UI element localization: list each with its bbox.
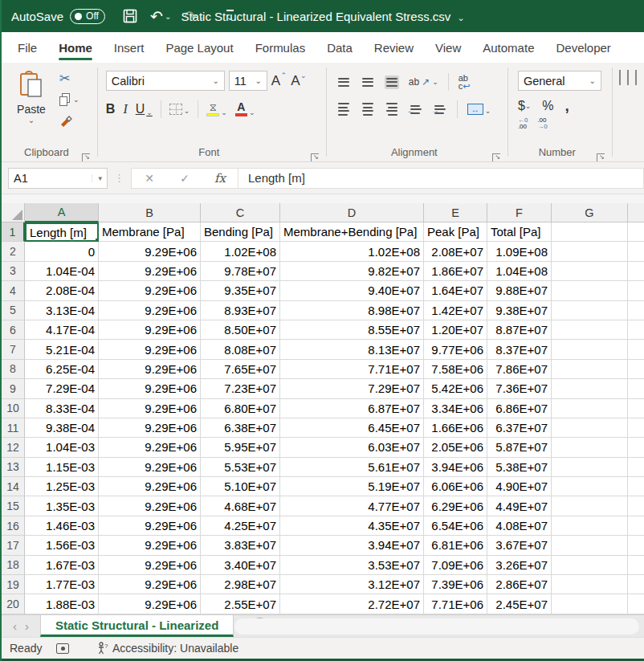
alignment-dialog-launcher[interactable]: ↘ (492, 153, 500, 161)
cell-C5[interactable]: 8.93E+07 (201, 301, 280, 320)
cell-E12[interactable]: 2.05E+06 (424, 438, 487, 457)
cell-G13[interactable] (552, 458, 628, 477)
cell-E4[interactable]: 1.64E+07 (424, 281, 487, 300)
percent-format-button[interactable]: % (542, 99, 553, 113)
cell-E6[interactable]: 1.20E+07 (424, 320, 487, 340)
cell-C20[interactable]: 2.55E+07 (201, 594, 280, 614)
cell-E2[interactable]: 2.08E+07 (424, 242, 487, 261)
cell-H12[interactable] (628, 438, 644, 457)
row-header-15[interactable]: 15 (2, 496, 25, 516)
cell-C6[interactable]: 8.50E+07 (201, 320, 280, 340)
cell-D18[interactable]: 3.53E+07 (280, 556, 424, 575)
cell-D20[interactable]: 2.72E+07 (280, 594, 424, 614)
cell-E17[interactable]: 6.81E+06 (424, 536, 487, 555)
horizontal-scrollbar[interactable] (234, 618, 639, 634)
cell-H11[interactable] (628, 418, 644, 438)
enter-button[interactable]: ✓ (167, 172, 202, 185)
row-header-12[interactable]: 12 (2, 438, 25, 457)
cell-B6[interactable]: 9.29E+06 (99, 320, 201, 340)
row-header-2[interactable]: 2 (2, 242, 25, 261)
cell-A7[interactable]: 5.21E-04 (25, 340, 99, 359)
accessibility-checker[interactable]: ? Accessibility: Unavailable (96, 642, 238, 655)
cell-E20[interactable]: 7.71E+06 (424, 594, 487, 614)
cell-B10[interactable]: 9.29E+06 (99, 399, 201, 418)
row-header-16[interactable]: 16 (2, 516, 25, 536)
cell-C14[interactable]: 5.10E+07 (201, 477, 280, 496)
format-painter-button[interactable] (59, 114, 79, 129)
cell-G17[interactable] (552, 536, 628, 555)
cell-H2[interactable] (628, 242, 644, 261)
row-header-3[interactable]: 3 (2, 262, 25, 281)
cell-H18[interactable] (628, 556, 644, 575)
cell-C10[interactable]: 6.80E+07 (201, 399, 280, 418)
cell-H6[interactable] (628, 320, 644, 340)
cell-F18[interactable]: 3.26E+07 (487, 556, 552, 575)
cut-button[interactable]: ✂ (59, 71, 79, 85)
cell-E3[interactable]: 1.86E+07 (424, 262, 487, 281)
autosave-toggle[interactable]: Off (70, 9, 105, 24)
tab-view[interactable]: View (435, 32, 461, 63)
cell-C17[interactable]: 3.83E+07 (201, 536, 280, 555)
cell-B11[interactable]: 9.29E+06 (99, 418, 201, 438)
cell-B3[interactable]: 9.29E+06 (99, 262, 201, 281)
column-header-G[interactable]: G (552, 203, 628, 222)
cell-D10[interactable]: 6.87E+07 (280, 399, 424, 418)
tab-data[interactable]: Data (327, 32, 353, 63)
font-dialog-launcher[interactable]: ↘ (311, 153, 319, 161)
cell-F1[interactable]: Total [Pa] (487, 222, 552, 242)
cell-G5[interactable] (552, 301, 628, 320)
increase-font-size-button[interactable]: A⌃ (271, 73, 287, 89)
bottom-align-button[interactable] (385, 75, 399, 89)
select-all-button[interactable] (2, 203, 25, 222)
cell-F7[interactable]: 8.37E+07 (487, 340, 552, 359)
cell-C13[interactable]: 5.53E+07 (201, 458, 280, 477)
cell-H15[interactable] (628, 496, 644, 516)
cell-F8[interactable]: 7.86E+07 (487, 360, 552, 379)
cell-D9[interactable]: 7.29E+07 (280, 379, 424, 398)
cell-F20[interactable]: 2.45E+07 (487, 594, 552, 614)
save-button[interactable] (123, 9, 137, 23)
document-title[interactable]: Static Structural - Linearized Equivalen… (181, 10, 464, 23)
cell-H19[interactable] (628, 575, 644, 594)
formula-input[interactable]: Length [m] (238, 168, 644, 189)
cell-B13[interactable]: 9.29E+06 (99, 458, 201, 477)
align-left-button[interactable] (336, 100, 351, 118)
cell-H5[interactable] (628, 301, 644, 320)
cell-G19[interactable] (552, 575, 628, 594)
align-right-button[interactable] (385, 100, 399, 118)
cell-A14[interactable]: 1.25E-03 (25, 477, 99, 496)
cell-A18[interactable]: 1.67E-03 (25, 556, 99, 575)
row-header-19[interactable]: 19 (2, 575, 25, 594)
cell-G7[interactable] (552, 340, 628, 359)
cell-E10[interactable]: 3.34E+06 (424, 399, 487, 418)
copy-button[interactable]: ⌄ (59, 92, 79, 107)
cell-A13[interactable]: 1.15E-03 (25, 458, 99, 477)
row-header-20[interactable]: 20 (2, 594, 25, 614)
top-align-button[interactable] (336, 75, 351, 89)
cell-A1[interactable]: Length [m] (25, 222, 99, 242)
conditional-formatting-icon[interactable] (619, 70, 621, 85)
column-header-A[interactable]: A (25, 203, 99, 222)
cell-C16[interactable]: 4.25E+07 (201, 516, 280, 536)
fill-color-button[interactable]: ⧖ ⌄ (206, 103, 227, 116)
italic-button[interactable]: I (123, 102, 127, 116)
cell-A16[interactable]: 1.46E-03 (25, 516, 99, 536)
row-header-14[interactable]: 14 (2, 477, 25, 496)
name-box[interactable]: A1 ▾ (8, 168, 108, 189)
row-header-1[interactable]: 1 (2, 222, 25, 242)
cell-F9[interactable]: 7.36E+07 (487, 379, 552, 398)
cell-B9[interactable]: 9.29E+06 (99, 379, 201, 398)
cell-D17[interactable]: 3.94E+07 (280, 536, 424, 555)
cell-B2[interactable]: 9.29E+06 (99, 242, 201, 261)
cell-A10[interactable]: 8.33E-04 (25, 399, 99, 418)
cell-F5[interactable]: 9.38E+07 (487, 301, 552, 320)
font-name-select[interactable]: Calibri ⌄ (106, 71, 225, 91)
cell-E16[interactable]: 6.54E+06 (424, 516, 487, 536)
orientation-button[interactable]: ab↗ ⌄ (409, 76, 438, 88)
increase-indent-button[interactable]: → (433, 103, 447, 116)
cell-C7[interactable]: 8.08E+07 (201, 340, 280, 359)
cell-B14[interactable]: 9.29E+06 (99, 477, 201, 496)
cell-G1[interactable] (552, 222, 628, 242)
cell-A2[interactable]: 0 (25, 242, 99, 261)
cell-G18[interactable] (552, 556, 628, 575)
